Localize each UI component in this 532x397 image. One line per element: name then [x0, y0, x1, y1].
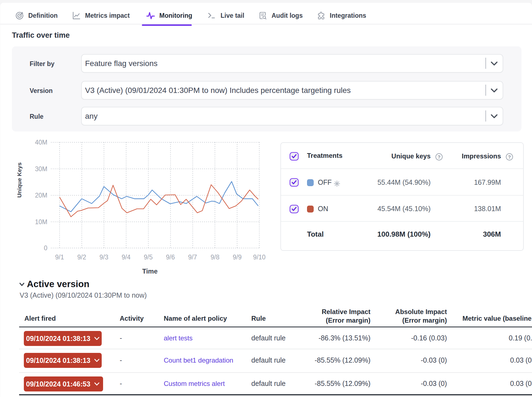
svg-text:9/2: 9/2: [77, 254, 86, 261]
svg-text:10M: 10M: [35, 218, 47, 226]
svg-text:9/9: 9/9: [233, 254, 242, 261]
svg-text:9/1: 9/1: [55, 254, 64, 261]
svg-text:20M: 20M: [35, 192, 47, 199]
svg-text:Time: Time: [142, 267, 158, 275]
svg-text:9/7: 9/7: [188, 254, 197, 261]
svg-text:9/3: 9/3: [99, 254, 108, 261]
svg-text:?: ?: [438, 155, 440, 160]
svg-text:40M: 40M: [35, 139, 47, 146]
svg-text:9/8: 9/8: [211, 254, 219, 261]
svg-text:9/5: 9/5: [144, 254, 153, 261]
svg-text:Unique Keys: Unique Keys: [16, 162, 22, 198]
svg-text:9/10: 9/10: [253, 254, 266, 261]
svg-text:30M: 30M: [35, 165, 47, 173]
svg-text:?: ?: [508, 155, 511, 160]
svg-text:0: 0: [44, 244, 47, 252]
svg-text:9/4: 9/4: [122, 254, 131, 261]
svg-text:9/6: 9/6: [166, 254, 175, 261]
